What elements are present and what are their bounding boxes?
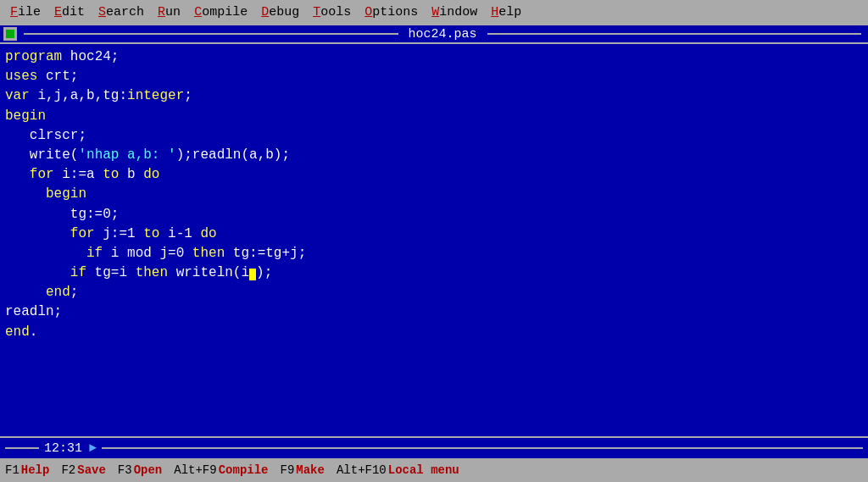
hotkey-f3-label: Open bbox=[134, 463, 163, 477]
status-line-left bbox=[5, 447, 39, 449]
hotkey-bar: F1 Help F2 Save F3 Open Alt+F9 Compile F… bbox=[0, 458, 868, 482]
hotkey-f2[interactable]: F2 Save bbox=[61, 463, 105, 477]
code-line-1: program hoc24; bbox=[5, 47, 863, 67]
menu-file[interactable]: File bbox=[3, 3, 47, 21]
menu-run[interactable]: Run bbox=[151, 3, 187, 21]
title-line-right bbox=[487, 33, 862, 35]
code-line-8: begin bbox=[5, 185, 863, 204]
hotkey-f2-label: Save bbox=[77, 463, 106, 477]
hotkey-altf10-key: Alt+F10 bbox=[337, 463, 387, 477]
window-controls[interactable] bbox=[3, 27, 17, 41]
menu-bar: File Edit Search Run Compile Debug Tools… bbox=[0, 0, 868, 24]
hotkey-altf9[interactable]: Alt+F9 Compile bbox=[174, 463, 268, 477]
status-bar: 12:31 ► bbox=[0, 436, 868, 458]
empty-area bbox=[0, 346, 868, 435]
code-line-5: clrscr; bbox=[5, 126, 863, 146]
code-line-7: for i:=a to b do bbox=[5, 165, 863, 185]
hotkey-f9-key: F9 bbox=[281, 463, 295, 477]
code-line-15: end. bbox=[5, 323, 863, 342]
code-line-10: for j:=1 to i-1 do bbox=[5, 224, 863, 244]
code-line-12: if tg=i then writeln(i); bbox=[5, 263, 863, 283]
title-text: hoc24.pas bbox=[402, 27, 484, 42]
code-line-4: begin bbox=[5, 107, 863, 126]
menu-edit[interactable]: Edit bbox=[47, 3, 92, 21]
window-icon bbox=[6, 30, 14, 38]
menu-debug[interactable]: Debug bbox=[254, 3, 306, 21]
hotkey-f1-key: F1 bbox=[5, 463, 19, 477]
title-bar: hoc24.pas bbox=[0, 24, 868, 44]
code-line-6: write('nhap a,b: ');readln(a,b); bbox=[5, 146, 863, 165]
menu-options[interactable]: Options bbox=[358, 3, 425, 21]
menu-window[interactable]: Window bbox=[425, 3, 484, 21]
hotkey-altf9-key: Alt+F9 bbox=[174, 463, 216, 477]
hotkey-f2-key: F2 bbox=[61, 463, 75, 477]
code-line-14: readln; bbox=[5, 302, 863, 322]
code-line-11: if i mod j=0 then tg:=tg+j; bbox=[5, 244, 863, 263]
menu-help[interactable]: Help bbox=[484, 3, 528, 21]
hotkey-f1[interactable]: F1 Help bbox=[5, 463, 49, 477]
hotkey-f3[interactable]: F3 Open bbox=[118, 463, 162, 477]
hotkey-altf9-label: Compile bbox=[219, 463, 269, 477]
code-line-13: end; bbox=[5, 283, 863, 302]
code-line-2: uses crt; bbox=[5, 67, 863, 86]
status-time: 12:31 bbox=[44, 441, 82, 456]
menu-search[interactable]: Search bbox=[92, 3, 151, 21]
title-line-left bbox=[24, 33, 398, 35]
code-area[interactable]: program hoc24; uses crt; var i,j,a,b,tg:… bbox=[0, 44, 868, 346]
hotkey-f9[interactable]: F9 Make bbox=[281, 463, 325, 477]
status-arrow-icon: ► bbox=[89, 441, 97, 456]
hotkey-f9-label: Make bbox=[296, 463, 325, 477]
bottom-section: 12:31 ► F1 Help F2 Save F3 Open Alt+F9 C… bbox=[0, 436, 868, 482]
hotkey-altf10[interactable]: Alt+F10 Local menu bbox=[337, 463, 459, 477]
hotkey-altf10-label: Local menu bbox=[388, 463, 459, 477]
menu-tools[interactable]: Tools bbox=[306, 3, 358, 21]
menu-compile[interactable]: Compile bbox=[187, 3, 254, 21]
code-line-3: var i,j,a,b,tg:integer; bbox=[5, 86, 863, 106]
code-line-9: tg:=0; bbox=[5, 205, 863, 224]
status-line-right bbox=[102, 447, 863, 449]
hotkey-f1-label: Help bbox=[21, 463, 50, 477]
hotkey-f3-key: F3 bbox=[118, 463, 132, 477]
